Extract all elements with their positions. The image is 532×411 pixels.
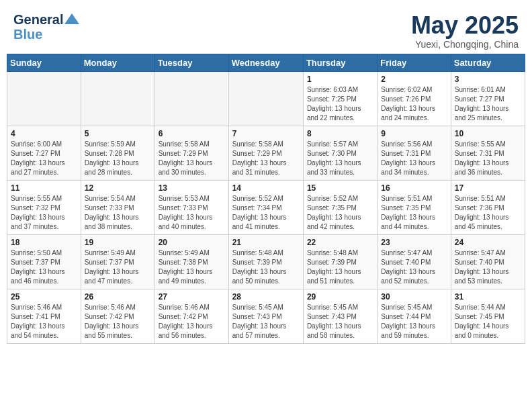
day-info: Sunrise: 5:58 AM Sunset: 7:29 PM Dayligh… (232, 140, 300, 177)
calendar-day-cell: 5Sunrise: 5:59 AM Sunset: 7:28 PM Daylig… (81, 126, 154, 180)
calendar-day-cell: 19Sunrise: 5:49 AM Sunset: 7:37 PM Dayli… (81, 234, 154, 289)
calendar-day-cell: 2Sunrise: 6:02 AM Sunset: 7:26 PM Daylig… (378, 71, 451, 126)
day-number: 28 (232, 292, 300, 302)
day-number: 29 (307, 292, 373, 302)
calendar-day-cell: 31Sunrise: 5:44 AM Sunset: 7:45 PM Dayli… (451, 289, 525, 343)
day-info: Sunrise: 5:56 AM Sunset: 7:31 PM Dayligh… (381, 140, 447, 177)
day-number: 18 (11, 238, 77, 247)
calendar-day-cell: 16Sunrise: 5:51 AM Sunset: 7:35 PM Dayli… (378, 180, 451, 234)
day-info: Sunrise: 5:50 AM Sunset: 7:37 PM Dayligh… (11, 248, 77, 286)
day-info: Sunrise: 6:01 AM Sunset: 7:27 PM Dayligh… (455, 85, 521, 123)
weekday-header-row: SundayMondayTuesdayWednesdayThursdayFrid… (7, 54, 525, 71)
day-number: 5 (85, 129, 151, 138)
day-info: Sunrise: 5:47 AM Sunset: 7:40 PM Dayligh… (381, 248, 447, 286)
weekday-header-cell: Monday (81, 54, 154, 71)
month-title: May 2025 (411, 12, 519, 39)
day-number: 4 (11, 129, 77, 138)
day-info: Sunrise: 5:46 AM Sunset: 7:41 PM Dayligh… (11, 303, 77, 340)
calendar-day-cell: 29Sunrise: 5:45 AM Sunset: 7:43 PM Dayli… (303, 289, 377, 343)
calendar-day-cell: 27Sunrise: 5:46 AM Sunset: 7:42 PM Dayli… (154, 289, 228, 343)
logo-text: General (13, 12, 63, 27)
page-header: General Blue May 2025 Yuexi, Chongqing, … (7, 7, 525, 54)
day-number: 6 (159, 129, 225, 138)
calendar-day-cell (81, 71, 154, 126)
day-number: 27 (159, 292, 225, 302)
title-area: May 2025 Yuexi, Chongqing, China (411, 12, 519, 50)
calendar-day-cell: 15Sunrise: 5:52 AM Sunset: 7:35 PM Dayli… (303, 180, 377, 234)
day-info: Sunrise: 5:59 AM Sunset: 7:28 PM Dayligh… (85, 140, 151, 177)
day-number: 12 (85, 183, 151, 193)
day-info: Sunrise: 5:47 AM Sunset: 7:40 PM Dayligh… (455, 248, 521, 286)
day-info: Sunrise: 5:44 AM Sunset: 7:45 PM Dayligh… (455, 303, 521, 340)
day-number: 15 (307, 183, 373, 193)
calendar-day-cell: 12Sunrise: 5:54 AM Sunset: 7:33 PM Dayli… (81, 180, 154, 234)
calendar-day-cell: 30Sunrise: 5:45 AM Sunset: 7:44 PM Dayli… (378, 289, 451, 343)
calendar-day-cell: 26Sunrise: 5:46 AM Sunset: 7:42 PM Dayli… (81, 289, 154, 343)
calendar-day-cell: 25Sunrise: 5:46 AM Sunset: 7:41 PM Dayli… (7, 289, 81, 343)
calendar-day-cell: 14Sunrise: 5:52 AM Sunset: 7:34 PM Dayli… (228, 180, 303, 234)
day-number: 10 (455, 129, 521, 138)
day-number: 1 (307, 75, 373, 84)
day-info: Sunrise: 5:46 AM Sunset: 7:42 PM Dayligh… (159, 303, 225, 340)
day-info: Sunrise: 5:52 AM Sunset: 7:34 PM Dayligh… (232, 194, 300, 232)
calendar-week-row: 4Sunrise: 6:00 AM Sunset: 7:27 PM Daylig… (7, 126, 525, 180)
calendar-week-row: 18Sunrise: 5:50 AM Sunset: 7:37 PM Dayli… (7, 234, 525, 289)
day-number: 31 (455, 292, 521, 302)
day-number: 25 (11, 292, 77, 302)
day-info: Sunrise: 5:53 AM Sunset: 7:33 PM Dayligh… (159, 194, 225, 232)
day-number: 3 (455, 75, 521, 84)
day-number: 26 (85, 292, 151, 302)
calendar-day-cell: 21Sunrise: 5:48 AM Sunset: 7:39 PM Dayli… (228, 234, 303, 289)
location: Yuexi, Chongqing, China (411, 39, 519, 50)
day-info: Sunrise: 6:02 AM Sunset: 7:26 PM Dayligh… (381, 85, 447, 123)
day-number: 14 (232, 183, 300, 193)
calendar-day-cell: 13Sunrise: 5:53 AM Sunset: 7:33 PM Dayli… (154, 180, 228, 234)
day-number: 30 (381, 292, 447, 302)
calendar-day-cell: 8Sunrise: 5:57 AM Sunset: 7:30 PM Daylig… (303, 126, 377, 180)
calendar-day-cell: 6Sunrise: 5:58 AM Sunset: 7:29 PM Daylig… (154, 126, 228, 180)
calendar-week-row: 11Sunrise: 5:55 AM Sunset: 7:32 PM Dayli… (7, 180, 525, 234)
calendar-day-cell: 4Sunrise: 6:00 AM Sunset: 7:27 PM Daylig… (7, 126, 81, 180)
day-info: Sunrise: 6:03 AM Sunset: 7:25 PM Dayligh… (307, 85, 373, 123)
day-info: Sunrise: 5:51 AM Sunset: 7:36 PM Dayligh… (455, 194, 521, 232)
weekday-header-cell: Sunday (7, 54, 81, 71)
day-info: Sunrise: 5:48 AM Sunset: 7:39 PM Dayligh… (307, 248, 373, 286)
logo-icon (64, 13, 79, 24)
calendar-week-row: 1Sunrise: 6:03 AM Sunset: 7:25 PM Daylig… (7, 71, 525, 126)
calendar-day-cell (154, 71, 228, 126)
day-info: Sunrise: 5:45 AM Sunset: 7:43 PM Dayligh… (307, 303, 373, 340)
day-info: Sunrise: 5:55 AM Sunset: 7:32 PM Dayligh… (11, 194, 77, 232)
day-number: 11 (11, 183, 77, 193)
weekday-header-cell: Wednesday (228, 54, 303, 71)
day-info: Sunrise: 5:54 AM Sunset: 7:33 PM Dayligh… (85, 194, 151, 232)
day-info: Sunrise: 5:48 AM Sunset: 7:39 PM Dayligh… (232, 248, 300, 286)
day-info: Sunrise: 5:46 AM Sunset: 7:42 PM Dayligh… (85, 303, 151, 340)
day-info: Sunrise: 5:52 AM Sunset: 7:35 PM Dayligh… (307, 194, 373, 232)
day-number: 21 (232, 238, 300, 247)
day-info: Sunrise: 5:58 AM Sunset: 7:29 PM Dayligh… (159, 140, 225, 177)
calendar-day-cell: 23Sunrise: 5:47 AM Sunset: 7:40 PM Dayli… (378, 234, 451, 289)
calendar-day-cell (228, 71, 303, 126)
day-info: Sunrise: 5:45 AM Sunset: 7:43 PM Dayligh… (232, 303, 300, 340)
day-info: Sunrise: 5:55 AM Sunset: 7:31 PM Dayligh… (455, 140, 521, 177)
day-info: Sunrise: 5:49 AM Sunset: 7:38 PM Dayligh… (159, 248, 225, 286)
weekday-header-cell: Thursday (303, 54, 377, 71)
svg-marker-0 (64, 13, 79, 24)
calendar-body: 1Sunrise: 6:03 AM Sunset: 7:25 PM Daylig… (7, 71, 525, 343)
calendar-day-cell: 9Sunrise: 5:56 AM Sunset: 7:31 PM Daylig… (378, 126, 451, 180)
calendar-day-cell: 22Sunrise: 5:48 AM Sunset: 7:39 PM Dayli… (303, 234, 377, 289)
calendar-day-cell: 28Sunrise: 5:45 AM Sunset: 7:43 PM Dayli… (228, 289, 303, 343)
day-number: 7 (232, 129, 300, 138)
day-info: Sunrise: 5:57 AM Sunset: 7:30 PM Dayligh… (307, 140, 373, 177)
day-number: 20 (159, 238, 225, 247)
calendar-day-cell: 1Sunrise: 6:03 AM Sunset: 7:25 PM Daylig… (303, 71, 377, 126)
calendar-day-cell: 3Sunrise: 6:01 AM Sunset: 7:27 PM Daylig… (451, 71, 525, 126)
day-info: Sunrise: 6:00 AM Sunset: 7:27 PM Dayligh… (11, 140, 77, 177)
day-number: 16 (381, 183, 447, 193)
calendar-day-cell: 20Sunrise: 5:49 AM Sunset: 7:38 PM Dayli… (154, 234, 228, 289)
weekday-header-cell: Tuesday (154, 54, 228, 71)
day-number: 19 (85, 238, 151, 247)
calendar-day-cell (7, 71, 81, 126)
weekday-header-cell: Friday (378, 54, 451, 71)
calendar-day-cell: 24Sunrise: 5:47 AM Sunset: 7:40 PM Dayli… (451, 234, 525, 289)
